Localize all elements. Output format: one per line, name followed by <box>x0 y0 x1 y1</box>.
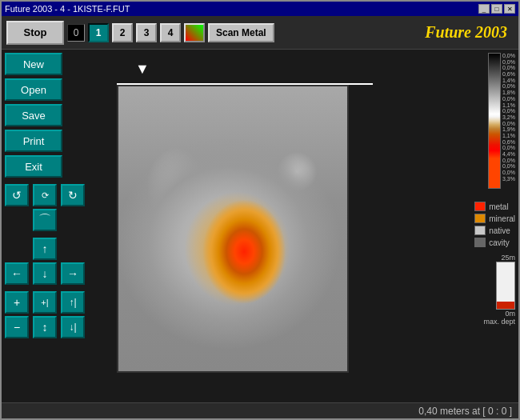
main-content: Stop 0 1 2 3 4 Scan Metal Future 2003 Ne… <box>2 16 518 418</box>
rotate-cw-btn[interactable]: ↻ <box>61 184 85 206</box>
app-title: Future 2003 <box>425 23 514 42</box>
ruler-bottom-label: 0m <box>475 310 515 318</box>
scan-metal-button[interactable]: Scan Metal <box>208 23 274 42</box>
body-area: New Open Save Print Exit ↺ ⟳ ↻ ⌒ ↑ <box>2 50 518 402</box>
zoom-out-btn[interactable]: − <box>5 316 29 338</box>
ruler-maxdepth-label: max. dept <box>483 318 515 326</box>
print-button[interactable]: Print <box>5 130 62 152</box>
tab-2[interactable]: 2 <box>112 23 133 42</box>
minimize-btn[interactable]: _ <box>478 4 490 14</box>
status-text: 0,40 meters at [ 0 : 0 ] <box>418 406 512 417</box>
rotate-ccw-btn[interactable]: ↺ <box>5 184 29 206</box>
depth-scale: 0,0% 0,0% 0,0% 0,6% 1,4% 0,0% 1,8% 0,0% … <box>488 53 515 189</box>
scan-display: ▼ <box>93 53 447 399</box>
exit-button[interactable]: Exit <box>5 155 62 178</box>
window-title: Future 2003 - 4 - 1KISTE-F.FUT <box>5 4 130 14</box>
mineral-color <box>474 214 486 223</box>
tab-4[interactable]: 4 <box>160 23 181 42</box>
scan-visualization <box>118 86 347 371</box>
ruler-top-label: 25m <box>475 254 515 262</box>
new-button[interactable]: New <box>5 53 62 75</box>
scan-view <box>117 85 349 373</box>
color-gradient-bar <box>488 53 501 189</box>
nav-left-btn[interactable]: ← <box>5 262 29 285</box>
nav-up-btn[interactable]: ↑ <box>33 238 57 260</box>
tab-1[interactable]: 1 <box>88 23 109 42</box>
center-area: ▼ <box>90 50 450 402</box>
depth-arrow: ▼ <box>135 61 150 78</box>
legend-metal: metal <box>474 202 515 211</box>
tab-3[interactable]: 3 <box>136 23 157 42</box>
zoom-controls: + +| ↑| − ↕ ↓| <box>5 291 86 338</box>
depth-ruler-bar <box>496 262 515 310</box>
nav-controls: ↑ ← ↓ → <box>5 238 86 285</box>
percent-labels: 0,0% 0,0% 0,0% 0,6% 1,4% 0,0% 1,8% 0,0% … <box>502 53 515 182</box>
native-color <box>474 226 486 235</box>
nav-right-btn[interactable]: → <box>61 262 85 285</box>
rotate-3d-btn[interactable]: ⟳ <box>33 184 57 206</box>
zoom-down-btn[interactable]: ↓| <box>61 316 85 338</box>
curve-btn[interactable]: ⌒ <box>33 209 57 231</box>
num-display: 0 <box>67 24 85 42</box>
status-bar: 0,40 meters at [ 0 : 0 ] <box>2 402 518 418</box>
cavity-label: cavity <box>489 238 510 247</box>
title-bar-controls: _ □ ✕ <box>478 4 515 14</box>
left-panel: New Open Save Print Exit ↺ ⟳ ↻ ⌒ ↑ <box>2 50 90 402</box>
color-percent-bar: 0,0% 0,0% 0,0% 0,6% 1,4% 0,0% 1,8% 0,0% … <box>488 53 515 189</box>
close-btn[interactable]: ✕ <box>504 4 515 14</box>
zoom-in2-btn[interactable]: +| <box>33 291 57 314</box>
title-bar: Future 2003 - 4 - 1KISTE-F.FUT _ □ ✕ <box>2 2 518 16</box>
save-button[interactable]: Save <box>5 104 62 126</box>
stop-button[interactable]: Stop <box>6 21 64 45</box>
nav-down-btn[interactable]: ↓ <box>33 262 57 285</box>
main-window: Future 2003 - 4 - 1KISTE-F.FUT _ □ ✕ Sto… <box>0 0 520 420</box>
cavity-color <box>474 238 486 247</box>
rotation-controls: ↺ ⟳ ↻ ⌒ <box>5 184 86 231</box>
legend-cavity: cavity <box>474 238 515 247</box>
legend-area: metal mineral native cavity <box>474 202 515 247</box>
mineral-label: mineral <box>489 214 515 223</box>
zoom-in-btn[interactable]: + <box>5 291 29 314</box>
right-panel: 0,0% 0,0% 0,0% 0,6% 1,4% 0,0% 1,8% 0,0% … <box>450 50 518 402</box>
toolbar: Stop 0 1 2 3 4 Scan Metal Future 2003 <box>2 16 518 50</box>
depth-ruler: 25m 0m max. dept <box>475 254 515 326</box>
color-indicator[interactable] <box>184 23 205 42</box>
metal-label: metal <box>489 202 508 211</box>
maximize-btn[interactable]: □ <box>491 4 502 14</box>
metal-color <box>474 202 486 211</box>
zoom-vert-btn[interactable]: ↕ <box>33 316 57 338</box>
zoom-up-btn[interactable]: ↑| <box>61 291 85 314</box>
open-button[interactable]: Open <box>5 78 62 101</box>
legend-native: native <box>474 226 515 235</box>
legend-mineral: mineral <box>474 214 515 223</box>
native-label: native <box>489 226 510 235</box>
